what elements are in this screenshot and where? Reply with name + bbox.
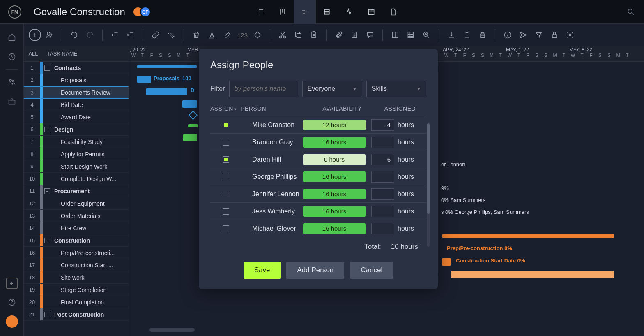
task-row[interactable]: 19Stage Completion	[24, 284, 129, 296]
hours-input[interactable]	[371, 119, 394, 131]
send-icon[interactable]	[516, 28, 531, 42]
task-row[interactable]: 4Bid Date	[24, 99, 129, 111]
view-gantt-icon[interactable]	[294, 0, 316, 24]
lock-icon[interactable]	[547, 28, 562, 42]
collapse-toggle[interactable]: −	[44, 312, 50, 317]
redo-icon[interactable]	[83, 28, 97, 42]
gantt-bar[interactable]	[182, 100, 197, 108]
task-row[interactable]: 13Order Materials	[24, 210, 129, 222]
col-availability[interactable]: AVAILABILITY	[310, 105, 374, 112]
task-row[interactable]: 16Prep/Pre-constructi...	[24, 247, 129, 259]
vertical-scrollbar[interactable]	[427, 123, 430, 247]
task-row[interactable]: 21−Post Construction	[24, 308, 129, 321]
zoom-icon[interactable]	[419, 28, 434, 42]
diamond-icon[interactable]	[250, 28, 265, 42]
save-button[interactable]: Save	[244, 262, 281, 279]
search-icon[interactable]	[626, 7, 636, 17]
cut-icon[interactable]	[275, 28, 290, 42]
info-icon[interactable]	[500, 28, 515, 42]
assign-checkbox[interactable]	[223, 156, 229, 163]
assign-checkbox[interactable]	[223, 174, 229, 180]
hours-input[interactable]	[371, 171, 394, 183]
task-row[interactable]: 12Order Equipment	[24, 197, 129, 210]
import-icon[interactable]	[444, 28, 459, 42]
briefcase-icon[interactable]	[7, 97, 17, 107]
collapse-toggle[interactable]: −	[44, 238, 50, 243]
task-row[interactable]: 11−Procurement	[24, 185, 129, 197]
collapse-toggle[interactable]: −	[44, 127, 50, 132]
hours-input[interactable]	[371, 137, 394, 148]
task-row[interactable]: 15−Construction	[24, 234, 129, 247]
add-button[interactable]: +	[6, 278, 18, 289]
task-row[interactable]: 17Construction Start ...	[24, 259, 129, 271]
task-row[interactable]: 5Award Date	[24, 111, 129, 123]
col-assigned[interactable]: ASSIGNED	[374, 105, 426, 112]
task-row[interactable]: 9Start Design Work	[24, 160, 129, 173]
milestone-diamond[interactable]	[189, 111, 198, 120]
filter-icon[interactable]	[531, 28, 546, 42]
people-icon[interactable]	[7, 77, 17, 87]
assign-checkbox[interactable]	[223, 208, 229, 215]
task-row[interactable]: 2Proposals	[24, 74, 129, 86]
hours-input[interactable]	[371, 188, 394, 200]
comment-icon[interactable]	[363, 28, 377, 42]
assign-checkbox[interactable]	[223, 225, 229, 232]
user-avatar[interactable]	[6, 315, 18, 328]
collapse-toggle[interactable]: −	[44, 65, 50, 71]
help-icon[interactable]	[7, 297, 17, 307]
gantt-bar[interactable]	[442, 258, 451, 266]
gantt-bar[interactable]	[183, 134, 197, 141]
task-row[interactable]: 20Final Completion	[24, 296, 129, 308]
gantt-bar[interactable]	[451, 271, 614, 278]
avatar[interactable]: GP	[140, 7, 151, 17]
assign-checkbox[interactable]	[223, 191, 229, 197]
task-row[interactable]: 6−Design	[24, 123, 129, 136]
view-file-icon[interactable]	[382, 0, 405, 24]
gantt-bar[interactable]	[146, 88, 187, 95]
columns-icon[interactable]	[388, 28, 402, 42]
header-task-name[interactable]: TASK NAME	[43, 51, 77, 57]
hours-input[interactable]	[371, 206, 394, 217]
filter-skills-select[interactable]: Skills▼	[366, 81, 426, 97]
attachment-icon[interactable]	[331, 28, 346, 42]
text-color-icon[interactable]	[205, 28, 219, 42]
gantt-bar[interactable]	[188, 124, 198, 127]
view-board-icon[interactable]	[271, 0, 294, 24]
task-row[interactable]: 8Apply for Permits	[24, 148, 129, 160]
paste-icon[interactable]	[306, 28, 321, 42]
hours-input[interactable]	[371, 223, 394, 234]
col-person[interactable]: PERSON	[241, 105, 310, 112]
trash-icon[interactable]	[189, 28, 204, 42]
highlight-icon[interactable]	[220, 28, 235, 42]
clock-icon[interactable]	[7, 52, 17, 62]
task-row[interactable]: 10Complete Design W...	[24, 173, 129, 185]
view-activity-icon[interactable]	[338, 0, 360, 24]
view-list-icon[interactable]	[249, 0, 271, 24]
settings-icon[interactable]	[563, 28, 577, 42]
copy-icon[interactable]	[291, 28, 306, 42]
add-circle-icon[interactable]: +	[29, 29, 41, 41]
person-add-icon[interactable]	[42, 28, 57, 42]
gantt-bar[interactable]	[442, 234, 614, 238]
outdent-icon[interactable]	[108, 28, 122, 42]
assign-checkbox[interactable]	[223, 122, 229, 128]
cancel-button[interactable]: Cancel	[350, 262, 393, 279]
task-row[interactable]: 7Feasibility Study	[24, 136, 129, 148]
hours-input[interactable]	[371, 154, 394, 165]
task-row[interactable]: 3Documents Review	[24, 86, 129, 99]
gantt-bar[interactable]	[137, 76, 151, 83]
indent-icon[interactable]	[123, 28, 138, 42]
collapse-toggle[interactable]: −	[44, 188, 50, 194]
home-icon[interactable]	[7, 32, 17, 42]
task-row[interactable]: 14Hire Crew	[24, 222, 129, 234]
note-icon[interactable]	[347, 28, 362, 42]
view-sheet-icon[interactable]	[316, 0, 338, 24]
task-row[interactable]: 1−Contracts	[24, 62, 129, 74]
header-all[interactable]: ALL	[24, 51, 43, 57]
grid-icon[interactable]	[403, 28, 418, 42]
gantt-bar[interactable]	[137, 65, 197, 68]
filter-input[interactable]	[229, 81, 298, 97]
logo[interactable]: PM	[8, 5, 21, 19]
assign-checkbox[interactable]	[223, 139, 229, 146]
undo-icon[interactable]	[67, 28, 82, 42]
